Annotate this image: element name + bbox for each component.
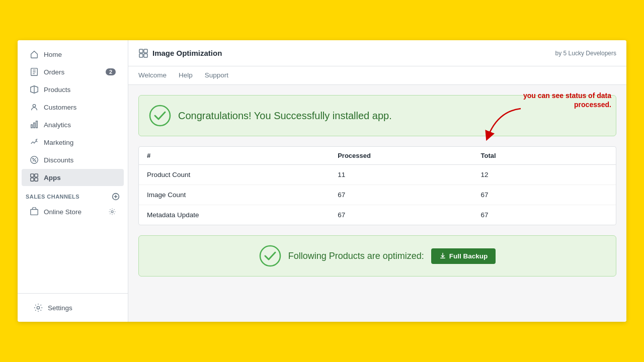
download-icon: [439, 252, 446, 259]
sales-channels-title: SALES CHANNELS: [26, 194, 79, 200]
table-header: # Processed Total: [139, 147, 616, 165]
tab-help[interactable]: Help: [179, 66, 193, 85]
orders-badge: 2: [106, 68, 116, 75]
svg-point-21: [111, 211, 113, 213]
svg-rect-23: [139, 49, 143, 53]
success-check-icon: [149, 105, 171, 127]
row1-processed: 67: [330, 185, 472, 205]
sidebar-item-online-store[interactable]: Online Store: [22, 203, 124, 220]
app-window: Home Orders 2: [18, 40, 626, 322]
app-tabs: Welcome Help Support: [128, 66, 626, 85]
content-area: you can see status of data processed.: [128, 85, 626, 322]
table-row: Image Count 67 67: [139, 185, 616, 205]
sidebar-item-analytics-label: Analytics: [44, 121, 71, 129]
svg-rect-14: [35, 174, 38, 177]
sidebar-item-customers-label: Customers: [44, 104, 76, 111]
full-backup-button[interactable]: Full Backup: [431, 248, 496, 264]
sales-channels-section: SALES CHANNELS: [18, 187, 128, 203]
table-row: Product Count 11 12: [139, 165, 616, 185]
svg-rect-20: [31, 210, 38, 215]
svg-rect-8: [36, 121, 38, 128]
row0-processed: 11: [330, 165, 472, 185]
orders-icon: [30, 67, 39, 76]
app-header-left: Image Optimization: [138, 48, 222, 58]
online-store-icon: [30, 207, 39, 216]
sidebar-item-analytics[interactable]: Analytics: [22, 116, 124, 133]
svg-rect-26: [144, 54, 147, 57]
sidebar: Home Orders 2: [18, 40, 128, 322]
svg-point-11: [33, 158, 34, 159]
svg-rect-16: [35, 178, 38, 181]
svg-point-5: [33, 105, 35, 107]
annotation-arrow: [483, 106, 528, 141]
sidebar-item-marketing-label: Marketing: [44, 139, 73, 146]
sidebar-nav: Home Orders 2: [18, 45, 128, 293]
marketing-icon: [30, 138, 39, 147]
sidebar-item-home-label: Home: [44, 51, 62, 58]
sidebar-item-home[interactable]: Home: [22, 46, 124, 63]
home-icon: [30, 50, 39, 59]
sidebar-item-orders-label: Orders: [44, 68, 64, 76]
data-table: # Processed Total Product Count 11 12 Im…: [138, 146, 616, 225]
row2-total: 67: [473, 205, 616, 225]
table-body: Product Count 11 12 Image Count 67 67 Me…: [139, 165, 616, 225]
svg-rect-24: [144, 49, 147, 53]
row0-total: 12: [473, 165, 616, 185]
sidebar-item-apps-label: Apps: [44, 174, 61, 182]
svg-rect-7: [34, 123, 35, 128]
row1-name: Image Count: [139, 185, 330, 205]
svg-rect-6: [31, 125, 33, 128]
svg-point-12: [35, 160, 36, 161]
customers-icon: [30, 103, 39, 112]
annotation-line1: you can see status of data: [523, 92, 611, 100]
svg-point-29: [260, 246, 280, 266]
discounts-icon: [30, 155, 39, 164]
backup-btn-label: Full Backup: [449, 252, 488, 260]
sidebar-item-orders[interactable]: Orders 2: [22, 63, 124, 80]
annotation-line2: processed.: [574, 101, 611, 109]
add-sales-channel-icon[interactable]: [112, 193, 120, 201]
app-title: Image Optimization: [152, 49, 222, 57]
bottom-text: Following Products are optimized:: [288, 251, 424, 261]
apps-icon: [30, 173, 39, 182]
sidebar-item-apps[interactable]: Apps: [22, 169, 124, 186]
sidebar-item-products[interactable]: Products: [22, 81, 124, 98]
sidebar-item-products-label: Products: [44, 86, 70, 94]
bottom-banner: Following Products are optimized: Full B…: [138, 235, 616, 277]
bottom-check-icon: [259, 245, 281, 267]
sidebar-item-discounts[interactable]: Discounts: [22, 151, 124, 168]
sidebar-item-customers[interactable]: Customers: [22, 99, 124, 116]
sidebar-item-settings-label: Settings: [48, 304, 72, 312]
svg-point-22: [37, 306, 39, 309]
row0-name: Product Count: [139, 165, 330, 185]
app-header-icon: [138, 48, 148, 58]
svg-point-28: [150, 106, 170, 126]
main-content: Image Optimization by 5 Lucky Developers…: [128, 40, 626, 322]
sidebar-item-marketing[interactable]: Marketing: [22, 134, 124, 151]
online-store-settings-icon[interactable]: [109, 208, 116, 215]
annotation-text: you can see status of data processed.: [523, 91, 611, 109]
settings-icon: [34, 303, 43, 312]
svg-rect-13: [31, 174, 34, 177]
success-message: Congratulations! You Successfully instal…: [178, 110, 392, 122]
row2-processed: 67: [330, 205, 472, 225]
sidebar-item-discounts-label: Discounts: [44, 156, 73, 164]
app-header: Image Optimization by 5 Lucky Developers: [128, 40, 626, 66]
sidebar-bottom: Settings: [18, 293, 128, 322]
table-row: Metadata Update 67 67: [139, 205, 616, 225]
row2-name: Metadata Update: [139, 205, 330, 225]
sidebar-item-settings[interactable]: Settings: [26, 299, 120, 316]
col-header-hash: #: [139, 147, 330, 165]
col-header-total: Total: [473, 147, 616, 165]
products-icon: [30, 85, 39, 94]
col-header-processed: Processed: [330, 147, 472, 165]
analytics-icon: [30, 120, 39, 129]
row1-total: 67: [473, 185, 616, 205]
svg-rect-25: [139, 54, 143, 57]
app-by-label: by 5 Lucky Developers: [555, 50, 616, 57]
svg-rect-15: [31, 178, 34, 181]
tab-support[interactable]: Support: [205, 66, 228, 85]
sidebar-item-online-store-label: Online Store: [44, 208, 82, 216]
success-banner-wrapper: you can see status of data processed.: [138, 95, 616, 136]
tab-welcome[interactable]: Welcome: [138, 66, 167, 85]
